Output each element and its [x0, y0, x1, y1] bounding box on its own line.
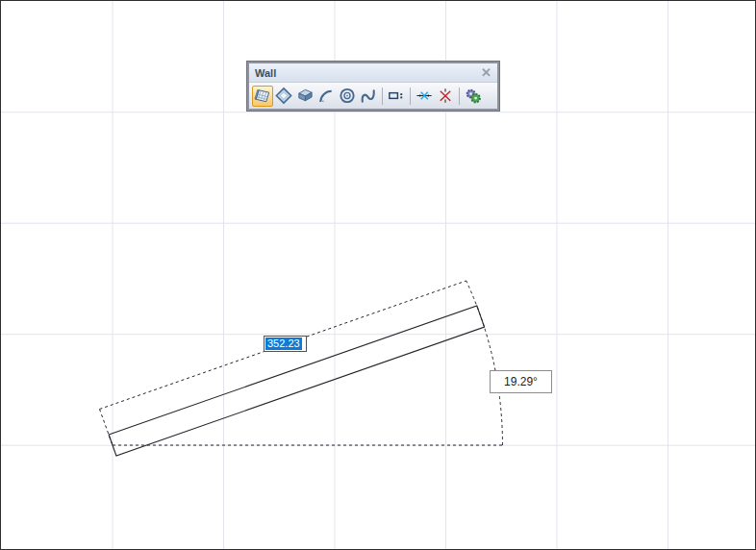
wall-polygon-icon: [274, 86, 293, 106]
wall-single-icon: [387, 86, 406, 106]
length-input[interactable]: 352.23: [264, 336, 307, 352]
toolbar-separator: [410, 88, 411, 105]
length-input-value: 352.23: [265, 338, 302, 350]
toolbar-separator: [459, 88, 460, 105]
wall-single-button[interactable]: [386, 86, 407, 107]
angle-value: 19.29°: [504, 375, 538, 388]
wall-settings-button[interactable]: [463, 86, 484, 107]
intersect-wall-icon: [436, 86, 455, 106]
wall-circular-icon: [338, 86, 357, 106]
wall-corner-button[interactable]: [294, 86, 315, 107]
wall-circular-button[interactable]: [337, 86, 358, 107]
wall-spline-icon: [359, 86, 378, 106]
toolbar-titlebar[interactable]: Wall ✕: [249, 63, 497, 83]
toolbar-icon-row: [249, 83, 497, 109]
angle-label: 19.29°: [490, 370, 552, 393]
wall-outline: [109, 306, 485, 456]
wall-toolbar: Wall ✕: [247, 62, 499, 111]
intersect-wall-button[interactable]: [435, 86, 456, 107]
wall-spline-button[interactable]: [358, 86, 379, 107]
toolbar-title: Wall: [255, 67, 276, 79]
break-wall-icon: [415, 86, 434, 106]
wall-straight-icon: [253, 86, 272, 106]
wall-polygon-button[interactable]: [273, 86, 294, 107]
break-wall-button[interactable]: [414, 86, 435, 107]
wall-curved-icon: [316, 86, 336, 106]
gears-icon: [464, 86, 483, 106]
wall-straight-button[interactable]: [252, 86, 273, 107]
angle-arc-dashed: [466, 281, 503, 445]
toolbar-separator: [382, 88, 383, 105]
cad-viewport: Wall ✕: [0, 0, 756, 550]
wall-curved-button[interactable]: [315, 86, 337, 107]
close-icon[interactable]: ✕: [481, 67, 491, 79]
wall-corner-icon: [295, 86, 315, 106]
